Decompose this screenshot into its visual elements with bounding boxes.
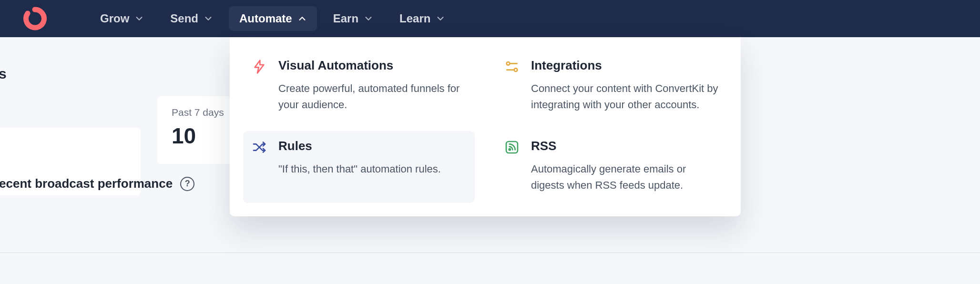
menu-title: Visual Automations bbox=[278, 58, 467, 73]
broadcast-row: ecent broadcast performance ? bbox=[0, 176, 194, 191]
menu-integrations[interactable]: Integrations Connect your content with C… bbox=[496, 51, 727, 122]
lightning-icon bbox=[251, 58, 268, 75]
broadcast-title: ecent broadcast performance bbox=[0, 176, 173, 191]
shuffle-icon bbox=[251, 139, 268, 156]
nav-grow[interactable]: Grow bbox=[90, 6, 154, 31]
svg-point-5 bbox=[509, 149, 510, 150]
chevron-down-icon bbox=[204, 14, 213, 23]
logo[interactable] bbox=[23, 7, 47, 30]
nav-label: Automate bbox=[239, 12, 292, 25]
nav-label: Send bbox=[170, 12, 198, 25]
menu-visual-automations[interactable]: Visual Automations Create powerful, auto… bbox=[243, 51, 475, 122]
menu-title: Integrations bbox=[531, 58, 720, 73]
nav-learn[interactable]: Learn bbox=[389, 6, 455, 31]
menu-desc: Automagically generate emails or digests… bbox=[531, 161, 720, 193]
chevron-up-icon bbox=[298, 14, 306, 23]
automate-dropdown: Visual Automations Create powerful, auto… bbox=[230, 37, 741, 216]
menu-rules[interactable]: Rules "If this, then that" automation ru… bbox=[243, 131, 475, 203]
nav-automate[interactable]: Automate bbox=[229, 6, 317, 31]
rss-icon bbox=[503, 139, 521, 156]
help-icon[interactable]: ? bbox=[180, 177, 194, 191]
menu-title: Rules bbox=[278, 139, 467, 153]
divider bbox=[0, 253, 980, 253]
chevron-down-icon bbox=[135, 14, 143, 23]
chevron-down-icon bbox=[364, 14, 373, 23]
menu-desc: "If this, then that" automation rules. bbox=[278, 161, 467, 177]
chevron-down-icon bbox=[436, 14, 445, 23]
nav-label: Earn bbox=[333, 12, 358, 25]
menu-title: RSS bbox=[531, 139, 720, 153]
integrations-icon bbox=[503, 58, 521, 75]
menu-desc: Connect your content with ConvertKit by … bbox=[531, 81, 720, 113]
nav-send[interactable]: Send bbox=[160, 6, 223, 31]
top-nav: Grow Send Automate Earn Learn bbox=[0, 0, 980, 37]
nav-label: Learn bbox=[399, 12, 430, 25]
menu-rss[interactable]: RSS Automagically generate emails or dig… bbox=[496, 131, 727, 203]
menu-desc: Create powerful, automated funnels for y… bbox=[278, 81, 467, 113]
nav-label: Grow bbox=[100, 12, 129, 25]
nav-items: Grow Send Automate Earn Learn bbox=[90, 6, 455, 31]
nav-earn[interactable]: Earn bbox=[323, 6, 383, 31]
